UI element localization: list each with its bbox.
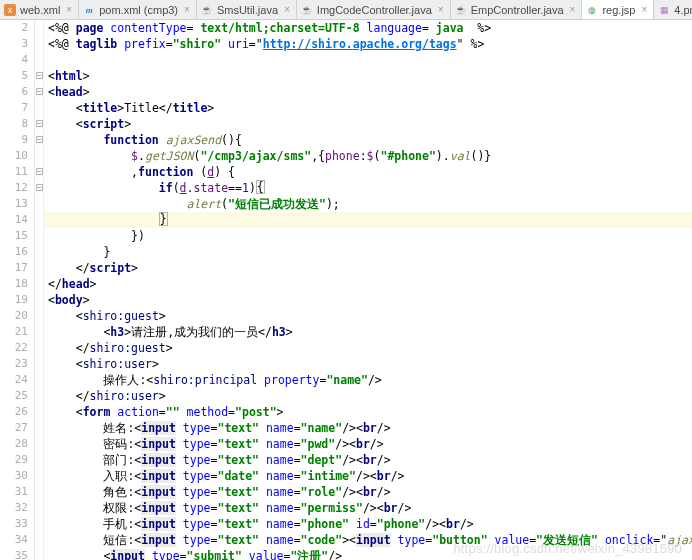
tab-4-png[interactable]: ▦ 4.png ×	[654, 0, 692, 19]
tab-label: reg.jsp	[602, 4, 635, 16]
close-icon[interactable]: ×	[438, 4, 444, 15]
fold-toggle[interactable]: −	[36, 168, 43, 175]
fold-toggle[interactable]: −	[36, 136, 43, 143]
tab-web-xml[interactable]: x web.xml ×	[0, 0, 79, 19]
fold-toggle[interactable]: −	[36, 120, 43, 127]
fold-toggle[interactable]: −	[36, 72, 43, 79]
tab-smsutil[interactable]: ☕ SmsUtil.java ×	[197, 0, 297, 19]
java-icon: ☕	[455, 4, 467, 16]
tab-reg-jsp[interactable]: ◍ reg.jsp ×	[582, 0, 654, 19]
xml-icon: x	[4, 4, 16, 16]
tab-label: SmsUtil.java	[217, 4, 278, 16]
fold-toggle[interactable]: −	[36, 184, 43, 191]
java-icon: ☕	[301, 4, 313, 16]
tab-pom-xml[interactable]: m pom.xml (cmp3) ×	[79, 0, 197, 19]
maven-icon: m	[83, 4, 95, 16]
tab-label: web.xml	[20, 4, 60, 16]
tab-label: pom.xml (cmp3)	[99, 4, 178, 16]
close-icon[interactable]: ×	[284, 4, 290, 15]
tab-empcontroller[interactable]: ☕ EmpController.java ×	[451, 0, 583, 19]
png-icon: ▦	[658, 4, 670, 16]
java-icon: ☕	[201, 4, 213, 16]
code-area[interactable]: <%@ page contentType= text/html;charset=…	[44, 20, 692, 560]
jsp-icon: ◍	[586, 4, 598, 16]
tab-label: EmpController.java	[471, 4, 564, 16]
editor-tabs: x web.xml × m pom.xml (cmp3) × ☕ SmsUtil…	[0, 0, 692, 20]
line-gutter: 2345678910111213141516171819202122232425…	[0, 20, 35, 560]
fold-toggle[interactable]: −	[36, 88, 43, 95]
tab-label: ImgCodeController.java	[317, 4, 432, 16]
tab-imgcodecontroller[interactable]: ☕ ImgCodeController.java ×	[297, 0, 451, 19]
tab-label: 4.png	[674, 4, 692, 16]
close-icon[interactable]: ×	[570, 4, 576, 15]
code-editor[interactable]: 2345678910111213141516171819202122232425…	[0, 20, 692, 560]
close-icon[interactable]: ×	[184, 4, 190, 15]
fold-column: −−−−−−	[35, 20, 44, 560]
close-icon[interactable]: ×	[641, 4, 647, 15]
close-icon[interactable]: ×	[66, 4, 72, 15]
